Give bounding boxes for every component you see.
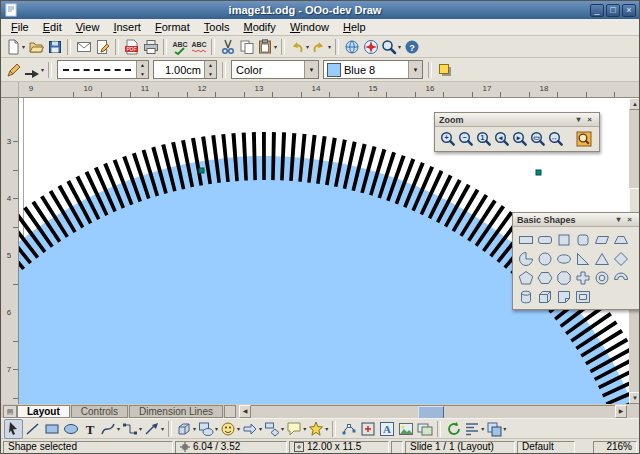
chevron-down-icon[interactable]: ▼ — [408, 61, 422, 78]
shapes-palette-titlebar[interactable]: Basic Shapes ▾ × — [513, 213, 639, 227]
zoom-in-button[interactable]: + — [439, 130, 457, 148]
shape-diamond-button[interactable] — [611, 249, 630, 268]
palette-close-button[interactable]: × — [584, 115, 595, 124]
rotate-button[interactable] — [444, 419, 463, 439]
arrange-button[interactable]: ▾ — [485, 419, 507, 439]
shape-ellipse-button[interactable] — [554, 249, 573, 268]
menu-edit[interactable]: Edit — [36, 20, 69, 34]
dropdown-arrow-icon[interactable]: ▾ — [325, 425, 328, 432]
shadow-button[interactable] — [435, 60, 454, 80]
from-file-button[interactable] — [396, 419, 415, 439]
menu-view[interactable]: View — [69, 20, 107, 34]
edit-points-button[interactable] — [339, 419, 358, 439]
shape-block-arc-button[interactable] — [611, 268, 630, 287]
line-button[interactable] — [23, 419, 42, 439]
rectangle-button[interactable] — [42, 419, 61, 439]
print-button[interactable] — [141, 37, 160, 57]
help-button[interactable]: ? — [402, 37, 421, 57]
menu-modify[interactable]: Modify — [236, 20, 282, 34]
symbol-shapes-button[interactable]: ▾ — [219, 419, 241, 439]
menu-file[interactable]: File — [4, 20, 36, 34]
shape-rectangle-button[interactable] — [516, 230, 535, 249]
spellcheck-button[interactable]: ABC — [170, 37, 189, 57]
line-style-spinner[interactable]: ▲▼ — [136, 61, 148, 78]
shape-cylinder-button[interactable] — [516, 287, 535, 306]
paste-button[interactable]: ▾ — [256, 37, 278, 57]
copy-button[interactable] — [237, 37, 256, 57]
save-button[interactable] — [45, 37, 64, 57]
dropdown-arrow-icon[interactable]: ▾ — [215, 425, 218, 432]
dropdown-arrow-icon[interactable]: ▾ — [306, 43, 309, 50]
zoom-out-button[interactable]: − — [457, 130, 475, 148]
arrow-style-button[interactable]: ▾ — [23, 60, 45, 80]
zoom-page-button[interactable]: ▭ — [529, 130, 547, 148]
shape-circle-pie-button[interactable] — [516, 249, 535, 268]
slide-info-cell[interactable]: Slide 1 / 1 (Layout) — [405, 441, 515, 454]
edit-file-button[interactable] — [93, 37, 112, 57]
layer-tab-layout[interactable]: Layout — [17, 405, 70, 418]
shape-right-triangle-button[interactable] — [573, 249, 592, 268]
line-style-combo[interactable]: ▲▼ — [57, 60, 149, 79]
shape-circle-button[interactable] — [535, 249, 554, 268]
fontwork-button[interactable]: A — [377, 419, 396, 439]
curve-button[interactable]: ▾ — [99, 419, 121, 439]
cursor-position-cell[interactable]: 6.04 / 3.52 — [175, 441, 287, 454]
ellipse-button[interactable] — [61, 419, 80, 439]
dropdown-arrow-icon[interactable]: ▾ — [161, 425, 164, 432]
dropdown-arrow-icon[interactable]: ▾ — [328, 43, 331, 50]
line-width-value[interactable]: 1.00cm — [154, 64, 204, 76]
shape-folded-corner-button[interactable] — [554, 287, 573, 306]
zoom-next-button[interactable]: ▸ — [511, 130, 529, 148]
line-width-spinbox[interactable]: 1.00cm ▲▼ — [153, 60, 217, 79]
styles-button[interactable] — [4, 60, 23, 80]
layer-tab-dimension-lines[interactable]: Dimension Lines — [129, 405, 223, 418]
open-button[interactable] — [26, 37, 45, 57]
fill-style-value[interactable]: Color — [232, 64, 304, 76]
scroll-down-button[interactable]: ▼ — [629, 392, 640, 404]
vertical-ruler[interactable]: 34567 — [1, 98, 19, 404]
selection-handle[interactable] — [536, 170, 541, 175]
palette-close-button[interactable]: × — [624, 215, 635, 224]
email-button[interactable] — [74, 37, 93, 57]
dropdown-arrow-icon[interactable]: ▾ — [398, 43, 401, 50]
hyperlink-button[interactable] — [342, 37, 361, 57]
dropdown-arrow-icon[interactable]: ▾ — [259, 425, 262, 432]
scroll-up-button[interactable]: ▲ — [629, 98, 640, 110]
flowcharts-button[interactable]: ▾ — [263, 419, 285, 439]
zoom-button[interactable]: ▾ — [380, 37, 402, 57]
zoom-100-button[interactable]: 1 — [475, 130, 493, 148]
dropdown-arrow-icon[interactable]: ▾ — [237, 425, 240, 432]
shape-hexagon-button[interactable] — [535, 268, 554, 287]
zoom-object-button[interactable] — [575, 130, 593, 148]
dropdown-arrow-icon[interactable]: ▾ — [193, 425, 196, 432]
palette-menu-button[interactable]: ▾ — [613, 215, 624, 224]
menu-insert[interactable]: Insert — [106, 20, 148, 34]
menu-window[interactable]: Window — [283, 20, 336, 34]
close-button[interactable]: × — [622, 4, 636, 17]
dropdown-arrow-icon[interactable]: ▾ — [139, 425, 142, 432]
undo-button[interactable]: ▾ — [288, 37, 310, 57]
dropdown-arrow-icon[interactable]: ▾ — [281, 425, 284, 432]
zoom-page-width-button[interactable]: ↔ — [547, 130, 565, 148]
select-button[interactable] — [4, 419, 23, 439]
dropdown-arrow-icon[interactable]: ▾ — [274, 43, 277, 50]
shape-triangle-button[interactable] — [592, 249, 611, 268]
shape-pentagon-button[interactable] — [516, 268, 535, 287]
stars-button[interactable]: ▾ — [307, 419, 329, 439]
dropdown-arrow-icon[interactable]: ▾ — [22, 43, 25, 50]
shape-frame-button[interactable] — [573, 287, 592, 306]
menu-tools[interactable]: Tools — [197, 20, 237, 34]
dropdown-arrow-icon[interactable]: ▾ — [481, 425, 484, 432]
basic-shapes-button[interactable]: ▾ — [197, 419, 219, 439]
shape-rounded-rectangle-button[interactable] — [535, 230, 554, 249]
scroll-left-button[interactable]: ◀ — [239, 405, 251, 418]
menu-help[interactable]: Help — [336, 20, 373, 34]
zoom-palette-titlebar[interactable]: Zoom ▾ × — [435, 113, 599, 127]
title-bar[interactable]: image11.odg - OOo-dev Draw _ □ × — [1, 1, 639, 19]
shape-cube-button[interactable] — [535, 287, 554, 306]
palette-menu-button[interactable]: ▾ — [573, 115, 584, 124]
cut-button[interactable] — [218, 37, 237, 57]
3d-objects-button[interactable]: ▾ — [175, 419, 197, 439]
new-layer-tab[interactable] — [224, 405, 236, 418]
glue-points-button[interactable] — [358, 419, 377, 439]
